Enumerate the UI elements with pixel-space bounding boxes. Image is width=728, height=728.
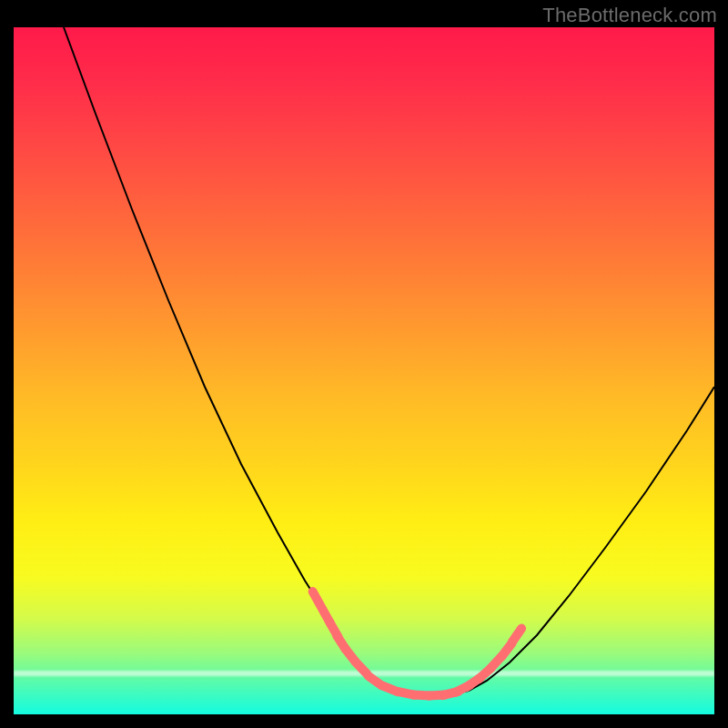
marker-point bbox=[313, 592, 321, 606]
curve-layer bbox=[14, 27, 714, 714]
curve-left bbox=[64, 27, 382, 688]
marker-group bbox=[313, 592, 521, 695]
watermark-label: TheBottleneck.com bbox=[542, 4, 717, 27]
plot-area bbox=[14, 27, 714, 714]
chart-frame: TheBottleneck.com bbox=[0, 0, 728, 728]
marker-point bbox=[512, 629, 521, 642]
marker-point bbox=[356, 662, 367, 674]
